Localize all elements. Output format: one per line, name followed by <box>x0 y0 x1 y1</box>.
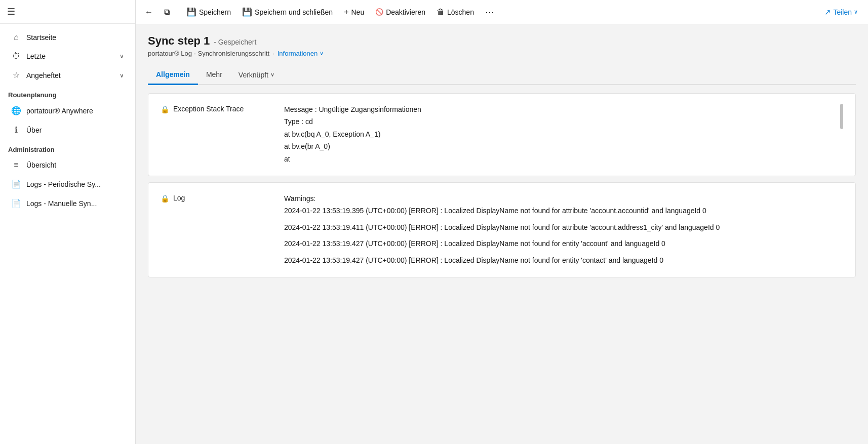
log-line-4: 2024-01-22 13:53:19.427 (UTC+00:00) [ERR… <box>284 255 843 266</box>
share-button[interactable]: ↗ Teilen ∨ <box>818 5 864 20</box>
share-icon: ↗ <box>824 8 831 17</box>
new-label: Neu <box>351 8 365 16</box>
sidebar-item-uebersicht[interactable]: ≡ Übersicht <box>3 156 132 174</box>
sidebar-item-logs-manuelle[interactable]: 📄 Logs - Manuelle Syn... <box>3 194 132 213</box>
save-icon: 💾 <box>186 7 196 17</box>
sidebar-nav: ⌂ Startseite ⏱ Letzte ∨ ☆ Angeheftet ∨ R… <box>0 24 135 217</box>
save-close-icon: 💾 <box>242 7 252 17</box>
sidebar-item-letzte[interactable]: ⏱ Letzte ∨ <box>3 47 132 65</box>
restore-button[interactable]: ⧉ <box>159 5 175 20</box>
breadcrumb-entity: portatour® Log - Synchronisierungsschrit… <box>148 50 269 57</box>
log-card: 🔒 Log Warnings: 2024-01-22 13:53:19.395 … <box>148 182 856 277</box>
breadcrumb: portatour® Log - Synchronisierungsschrit… <box>148 50 856 57</box>
log-content: Warnings: 2024-01-22 13:53:19.395 (UTC+0… <box>284 193 843 267</box>
overview-icon: ≡ <box>11 160 21 170</box>
sidebar-item-label: Angeheftet <box>26 71 61 79</box>
section-label-administration: Administration <box>0 140 135 155</box>
log-line-0: Warnings: <box>284 193 843 204</box>
share-chevron-icon: ∨ <box>854 9 858 15</box>
globe-icon: 🌐 <box>11 106 21 115</box>
tab-mehr[interactable]: Mehr <box>198 65 230 85</box>
exception-stack-trace-content: Message : Ungültige Zugangsinformationen… <box>284 104 827 166</box>
deactivate-button[interactable]: 🚫 Deaktivieren <box>370 5 430 19</box>
chevron-down-icon: ∨ <box>120 72 124 79</box>
toolbar-divider <box>178 5 178 19</box>
sidebar-item-label: Logs - Periodische Sy... <box>26 180 101 188</box>
sidebar-item-label: Logs - Manuelle Syn... <box>26 199 97 208</box>
main-content: ← ⧉ 💾 Speichern 💾 Speichern und schließe… <box>136 0 868 444</box>
restore-icon: ⧉ <box>164 8 170 17</box>
delete-icon: 🗑 <box>437 8 445 17</box>
sidebar-item-label: portatour® Anywhere <box>26 107 93 115</box>
info-chevron-icon: ∨ <box>320 50 324 57</box>
tab-verknuepft[interactable]: Verknüpft ∨ <box>230 66 283 84</box>
info-icon: ℹ <box>11 125 21 135</box>
save-label: Speichern <box>199 8 231 16</box>
deactivate-label: Deaktivieren <box>386 8 425 16</box>
content-line-5: at <box>284 153 827 165</box>
sidebar-item-label: Letzte <box>26 52 46 60</box>
log-line-3: 2024-01-22 13:53:19.427 (UTC+00:00) [ERR… <box>284 238 843 249</box>
sidebar-item-label: Übersicht <box>26 161 56 169</box>
label-text: Exception Stack Trace <box>173 105 244 113</box>
breadcrumb-separator: · <box>272 50 274 57</box>
page-status: - Gespeichert <box>214 38 256 46</box>
content-line-2: Type : cd <box>284 116 827 127</box>
tab-dropdown-icon: ∨ <box>270 71 274 78</box>
deactivate-icon: 🚫 <box>375 8 383 16</box>
sidebar-item-angeheftet[interactable]: ☆ Angeheftet ∨ <box>3 66 132 85</box>
breadcrumb-info-button[interactable]: Informationen ∨ <box>278 50 324 57</box>
new-button[interactable]: + Neu <box>339 5 369 20</box>
tabs: Allgemein Mehr Verknüpft ∨ <box>148 65 856 85</box>
log-line-1: 2024-01-22 13:53:19.395 (UTC+00:00) [ERR… <box>284 205 843 216</box>
back-icon: ← <box>145 8 153 17</box>
sidebar-item-label: Über <box>26 126 42 134</box>
share-label: Teilen <box>833 8 852 16</box>
document-icon: 📄 <box>11 179 21 189</box>
log-label: 🔒 Log <box>161 193 272 203</box>
content-line-4: at bv.e(br A_0) <box>284 141 827 152</box>
delete-button[interactable]: 🗑 Löschen <box>431 5 479 20</box>
chevron-down-icon: ∨ <box>120 53 124 60</box>
sidebar-top: ☰ <box>0 0 135 24</box>
sidebar: ☰ ⌂ Startseite ⏱ Letzte ∨ ☆ Angeheftet ∨… <box>0 0 136 444</box>
sidebar-item-ueber[interactable]: ℹ Über <box>3 120 132 139</box>
back-button[interactable]: ← <box>140 5 158 20</box>
home-icon: ⌂ <box>11 33 21 42</box>
tab-verknuepft-label: Verknüpft <box>239 71 268 79</box>
page-title-row: Sync step 1 - Gespeichert <box>148 34 856 48</box>
sidebar-item-label: Startseite <box>26 33 56 42</box>
page-header: Sync step 1 - Gespeichert portatour® Log… <box>148 34 856 57</box>
lock-icon: 🔒 <box>161 194 169 203</box>
sidebar-item-startseite[interactable]: ⌂ Startseite <box>3 28 132 47</box>
pin-icon: ☆ <box>11 70 21 80</box>
hamburger-icon[interactable]: ☰ <box>7 7 15 17</box>
lock-icon: 🔒 <box>161 105 169 113</box>
clock-icon: ⏱ <box>11 52 21 61</box>
exception-stack-trace-label: 🔒 Exception Stack Trace <box>161 104 272 113</box>
sidebar-item-logs-periodische[interactable]: 📄 Logs - Periodische Sy... <box>3 175 132 193</box>
card-row: 🔒 Exception Stack Trace Message : Ungült… <box>161 104 843 166</box>
breadcrumb-info-label: Informationen <box>278 50 318 57</box>
section-label-routenplanung: Routenplanung <box>0 85 135 101</box>
toolbar: ← ⧉ 💾 Speichern 💾 Speichern und schließe… <box>136 0 868 24</box>
sidebar-item-portatour-anywhere[interactable]: 🌐 portatour® Anywhere <box>3 101 132 120</box>
more-button[interactable]: ⋯ <box>480 4 500 21</box>
card-row: 🔒 Log Warnings: 2024-01-22 13:53:19.395 … <box>161 193 843 267</box>
save-close-label: Speichern und schließen <box>255 8 333 16</box>
log-line-2: 2024-01-22 13:53:19.411 (UTC+00:00) [ERR… <box>284 222 843 233</box>
label-text: Log <box>173 194 185 202</box>
content-line-3: at bv.c(bq A_0, Exception A_1) <box>284 129 827 140</box>
delete-label: Löschen <box>447 8 474 16</box>
save-close-button[interactable]: 💾 Speichern und schließen <box>237 4 338 20</box>
save-button[interactable]: 💾 Speichern <box>181 4 236 20</box>
content-line-1: Message : Ungültige Zugangsinformationen <box>284 104 827 115</box>
tab-allgemein[interactable]: Allgemein <box>148 65 198 85</box>
page-content: Sync step 1 - Gespeichert portatour® Log… <box>136 24 868 444</box>
scrollbar-thumb <box>840 104 843 129</box>
new-icon: + <box>344 8 348 17</box>
exception-stack-trace-card: 🔒 Exception Stack Trace Message : Ungült… <box>148 93 856 176</box>
more-icon: ⋯ <box>485 7 495 18</box>
document-icon: 📄 <box>11 198 21 208</box>
page-title: Sync step 1 <box>148 34 210 48</box>
